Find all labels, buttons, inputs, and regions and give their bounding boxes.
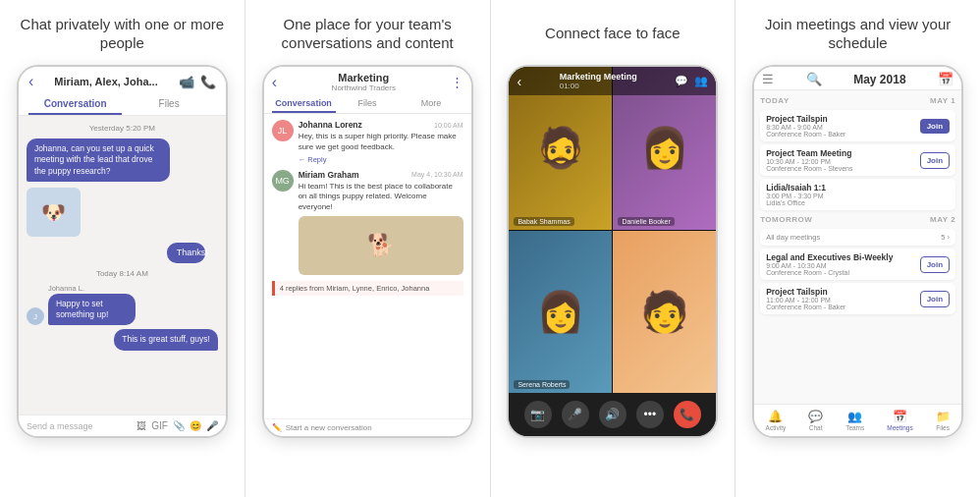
all-day-info: All day meetings 5 › (766, 233, 950, 242)
tab2-files[interactable]: Files (336, 95, 400, 113)
send-message-input[interactable]: Send a message (27, 421, 131, 431)
back-icon-2[interactable]: ‹ (272, 74, 277, 91)
panel1-title: Chat privately with one or more people (8, 12, 237, 55)
camera-btn[interactable]: 📷 (524, 401, 552, 428)
video-icon[interactable]: 📹 (179, 75, 194, 89)
meeting-name: Marketing Meeting (560, 72, 637, 82)
event-name-5: Project Tailspin (766, 287, 920, 297)
chat-icon-tab: 💬 (808, 410, 823, 423)
channel-title-block: Marketing Northwind Traders (332, 72, 396, 92)
chat-label: Chat (809, 424, 823, 431)
teams-icon: 👥 (847, 410, 862, 423)
panel-chat: Chat privately with one or more people ‹… (0, 0, 245, 497)
end-call-btn[interactable]: 📞 (674, 401, 701, 428)
vid-name-1: Babak Shammas (514, 217, 573, 226)
msg-sender-2: Miriam Graham (299, 170, 359, 180)
msg-entry-1: JL Johanna Lorenz 10:00 AM Hey, this is … (272, 120, 463, 164)
may1-label: MAY 1 (930, 96, 955, 105)
phone1-topbar: ‹ Miriam, Alex, Joha... 📹 📞 (28, 73, 216, 94)
video-bg-3: 👩 (509, 231, 612, 394)
calendar-icon[interactable]: 📅 (938, 72, 953, 86)
hamburger-icon[interactable]: ☰ (762, 72, 774, 86)
phone2-tabs: Conversation Files More (272, 95, 463, 113)
tab-conversation[interactable]: Conversation (28, 94, 123, 115)
phone2-body: JL Johanna Lorenz 10:00 AM Hey, this is … (264, 114, 471, 418)
event-room-1: Conference Room - Baker (766, 131, 920, 138)
person-4: 🧑 (613, 231, 716, 394)
tab-teams[interactable]: 👥 Teams (845, 410, 864, 431)
tab2-conversation[interactable]: Conversation (272, 95, 336, 113)
all-day-name: All day meetings (766, 233, 820, 242)
join-btn-1[interactable]: Join (920, 119, 950, 134)
phone4-header: ☰ 🔍 May 2018 📅 (754, 67, 961, 90)
join-btn-4[interactable]: Join (920, 291, 950, 307)
event-time-4: 9:00 AM - 10:30 AM (766, 262, 920, 269)
month-title: May 2018 (853, 73, 905, 86)
event-time-1: 8:30 AM - 9:00 AM (766, 124, 920, 131)
phone3-header: ‹ Marketing Meeting 01:00 💬 👥 (509, 67, 716, 95)
video-cell-4: 🧑 (613, 231, 716, 394)
event-time-2: 10:30 AM - 12:00 PM (766, 158, 920, 165)
tab-files[interactable]: Files (122, 94, 216, 115)
reply-link-1[interactable]: ← Reply (299, 155, 463, 164)
vid-name-2: Danielle Booker (618, 217, 674, 226)
channel-name: Marketing (332, 72, 396, 83)
event-project-tailspin-1: Project Tailspin 8:30 AM - 9:00 AM Confe… (760, 110, 955, 141)
may2-label: MAY 2 (930, 215, 955, 224)
msg-header-1: Johanna Lorenz 10:00 AM (299, 120, 463, 130)
tab-chat[interactable]: 💬 Chat (808, 410, 823, 431)
tab-activity[interactable]: 🔔 Activity (766, 410, 787, 431)
event-info-2: Project Team Meeting 10:30 AM - 12:00 PM… (766, 148, 920, 172)
emoji-icon[interactable]: 😊 (190, 420, 201, 431)
mute-btn[interactable]: 🎤 (562, 401, 589, 428)
activity-icon: 🔔 (768, 410, 783, 423)
mic-icon[interactable]: 🎤 (206, 420, 218, 431)
tab-files[interactable]: 📁 Files (936, 410, 951, 431)
phone4-body: TODAY MAY 1 Project Tailspin 8:30 AM - 9… (754, 90, 961, 404)
event-legal: Legal and Executives Bi-Weekly 9:00 AM -… (760, 248, 955, 280)
more-icon[interactable]: ⋮ (451, 75, 463, 89)
contact-name: Miriam, Alex, Joha... (54, 76, 157, 87)
avatar-johanna-lorenz: JL (272, 120, 294, 141)
event-lidia-1on1: Lidia/Isaiah 1:1 3:00 PM - 3:30 PM Lidia… (760, 179, 955, 210)
participants-icon[interactable]: 👥 (694, 75, 708, 87)
tab2-more[interactable]: More (400, 95, 463, 113)
msg-bubble-3: This is great stuff, guys! (114, 329, 218, 350)
back-icon[interactable]: ‹ (28, 73, 33, 90)
image-icon[interactable]: 🖼 (136, 420, 146, 431)
chat-icon[interactable]: 💬 (675, 75, 688, 87)
event-project-tailspin-2: Project Tailspin 11:00 AM - 12:00 PM Con… (760, 283, 955, 314)
event-info-5: Project Tailspin 11:00 AM - 12:00 PM Con… (766, 287, 920, 310)
vid-name-3: Serena Roberts (514, 380, 570, 389)
attach-icon[interactable]: 📎 (173, 420, 185, 431)
tab-meetings[interactable]: 📅 Meetings (887, 410, 912, 431)
back-icon-3[interactable]: ‹ (517, 74, 521, 89)
header-controls: 💬 👥 (675, 75, 708, 87)
main-container: Chat privately with one or more people ‹… (0, 0, 980, 497)
event-all-day: All day meetings 5 › (760, 229, 955, 246)
more-btn[interactable]: ••• (636, 401, 664, 428)
join-btn-3[interactable]: Join (920, 256, 950, 273)
msg-bubble-thanks: Thanks! (167, 243, 205, 262)
msg-row-johanna: J Johanna L. Happy to set something up! (27, 284, 218, 326)
files-icon: 📁 (936, 410, 951, 423)
event-room-4: Conference Room - Crystal (766, 269, 920, 276)
event-info-4: Legal and Executives Bi-Weekly 9:00 AM -… (766, 252, 920, 276)
panel-team-chat: One place for your team's conversations … (245, 0, 491, 497)
search-icon[interactable]: 🔍 (806, 72, 822, 86)
event-info-3: Lidia/Isaiah 1:1 3:00 PM - 3:30 PM Lidia… (766, 183, 950, 206)
join-btn-2[interactable]: Join (920, 152, 950, 169)
phone1: ‹ Miriam, Alex, Joha... 📹 📞 Conversation… (17, 65, 228, 438)
msg-content-2: Miriam Graham May 4, 10:30 AM Hi team! T… (299, 170, 463, 275)
event-name-1: Project Tailspin (766, 114, 920, 124)
new-conversation[interactable]: ✏️ Start a new conversation (264, 418, 471, 436)
panel-video: Connect face to face ‹ Marketing Meeting… (491, 0, 736, 497)
speaker-btn[interactable]: 🔊 (599, 401, 626, 428)
msg-text-2: Hi team! This is the best place to colla… (299, 182, 463, 213)
phone-icon[interactable]: 📞 (200, 75, 216, 89)
puppy-image: 🐕 (299, 216, 463, 275)
msg-header-2: Miriam Graham May 4, 10:30 AM (299, 170, 463, 180)
gif-icon[interactable]: GIF (151, 420, 168, 431)
replies-bar: 4 replies from Miriam, Lynne, Enrico, Jo… (272, 281, 463, 296)
event-room-5: Conference Room - Baker (766, 304, 920, 310)
